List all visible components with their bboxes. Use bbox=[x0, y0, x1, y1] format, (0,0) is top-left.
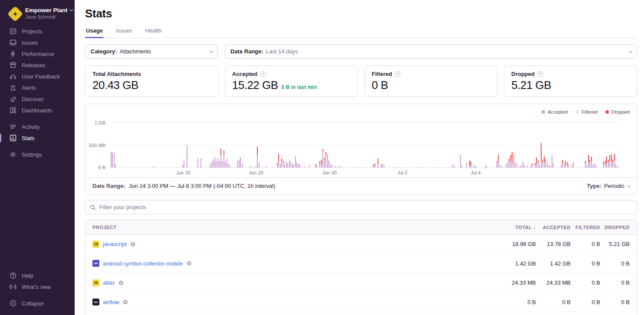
help-circle-icon[interactable]: ? bbox=[394, 71, 401, 77]
legend-dropped[interactable]: Dropped bbox=[605, 109, 630, 115]
search-input[interactable] bbox=[99, 204, 632, 210]
col-total-sorted[interactable]: TOTAL ↓ bbox=[484, 225, 536, 230]
sidebar-item-whats-new[interactable]: What's new bbox=[0, 281, 75, 292]
help-icon bbox=[10, 272, 16, 279]
card-accepted: Accepted? 15.22 GB 0 B in last min bbox=[225, 66, 358, 97]
project-link[interactable]: airflow bbox=[103, 299, 119, 305]
y-axis-label: 1 GB bbox=[95, 120, 105, 125]
broadcast-icon bbox=[10, 283, 16, 290]
table-row-partial bbox=[85, 312, 637, 315]
col-project[interactable]: PROJECT bbox=[92, 225, 484, 230]
chart-type-toggle[interactable]: Type: Periodic bbox=[587, 183, 630, 189]
project-link[interactable]: atlas bbox=[103, 279, 115, 286]
chart-footer: Date Range: Jun 24 3:00 PM — Jul 8 3:00 … bbox=[85, 177, 637, 194]
legend-dot bbox=[605, 110, 609, 114]
usage-bar-chart[interactable]: 0 B500 MB1 GB Jun 26Jun 28Jun 30Jul 2Jul… bbox=[109, 119, 622, 177]
table-row: API android-symbol-collector-mobile ⚙ 1.… bbox=[85, 254, 637, 274]
projects-table: PROJECT TOTAL ↓ ACCEPTED FILTERED DROPPE… bbox=[85, 220, 637, 315]
sidebar-item-dashboards[interactable]: Dashboards bbox=[0, 105, 75, 116]
chevron-down-icon bbox=[69, 7, 73, 11]
card-label: Total Attachments bbox=[92, 71, 211, 77]
chart-x-axis: Jun 26Jun 28Jun 30Jul 2Jul 4 bbox=[109, 168, 622, 177]
sidebar-item-discover[interactable]: Discover bbox=[0, 93, 75, 105]
card-value: 0 B bbox=[372, 79, 388, 92]
sidebar-item-collapse[interactable]: Collapse bbox=[0, 298, 75, 309]
col-dropped[interactable]: DROPPED bbox=[600, 225, 630, 230]
gear-icon bbox=[10, 151, 16, 158]
help-circle-icon[interactable]: ? bbox=[260, 71, 266, 77]
app-window: ✦ Empower Plant Jane Schmidt Projects Is… bbox=[0, 0, 644, 315]
lightning-icon bbox=[10, 50, 16, 57]
table-row: JS javascript ⚙ 18.99 GB 13.78 GB 0 B 5.… bbox=[85, 235, 637, 254]
sidebar-item-activity[interactable]: Activity bbox=[0, 121, 75, 132]
stats-content: Category: Attachments Date Range: Last 1… bbox=[75, 38, 644, 315]
sidebar-item-projects[interactable]: Projects bbox=[0, 26, 75, 37]
table-header-row: PROJECT TOTAL ↓ ACCEPTED FILTERED DROPPE… bbox=[85, 220, 637, 235]
search-icon bbox=[90, 204, 96, 210]
project-link[interactable]: android-symbol-collector-mobile bbox=[103, 260, 183, 267]
sidebar-item-alerts[interactable]: Alerts bbox=[0, 82, 75, 93]
legend-accepted[interactable]: Accepted bbox=[542, 109, 568, 115]
footer-daterange-value: Jun 24 3:00 PM — Jul 8 3:00 PM (-04:00 U… bbox=[129, 183, 275, 189]
sidebar-footer: Help What's new Collapse bbox=[0, 270, 75, 309]
sidebar-item-stats[interactable]: Stats bbox=[0, 132, 75, 144]
sidebar-item-releases[interactable]: Releases bbox=[0, 59, 75, 71]
page-header: Stats Usage Issues Health bbox=[75, 0, 644, 38]
score-cards: Total Attachments 20.43 GB Accepted? 15.… bbox=[85, 66, 637, 97]
sidebar-item-settings[interactable]: Settings bbox=[0, 149, 75, 160]
category-select[interactable]: Category: Attachments bbox=[85, 44, 218, 59]
sidebar-item-help[interactable]: Help bbox=[0, 270, 75, 281]
sidebar: ✦ Empower Plant Jane Schmidt Projects Is… bbox=[0, 0, 75, 315]
user-name: Jane Schmidt bbox=[25, 14, 72, 20]
help-circle-icon[interactable]: ? bbox=[537, 71, 543, 77]
org-switcher[interactable]: ✦ Empower Plant Jane Schmidt bbox=[0, 5, 75, 26]
x-axis-label: Jun 26 bbox=[176, 170, 191, 175]
table-row: </> airflow ⚙ 0 B 0 B 0 B 0 B bbox=[85, 293, 637, 312]
project-settings-icon[interactable]: ⚙ bbox=[130, 241, 136, 247]
tab-usage[interactable]: Usage bbox=[85, 27, 104, 38]
legend-dot bbox=[542, 110, 545, 114]
gridline bbox=[109, 122, 622, 123]
dashboards-icon bbox=[10, 107, 16, 114]
legend-dot bbox=[575, 110, 579, 114]
table-row: JS atlas ⚙ 24.33 MB 24.33 MB 0 B 0 B bbox=[85, 273, 637, 293]
legend-filtered[interactable]: Filtered bbox=[575, 109, 598, 115]
filter-row: Category: Attachments Date Range: Last 1… bbox=[85, 44, 637, 59]
gridline bbox=[109, 145, 622, 145]
card-label: Accepted? bbox=[232, 71, 351, 77]
card-trend: 0 B in last min bbox=[282, 84, 317, 90]
project-settings-icon[interactable]: ⚙ bbox=[186, 260, 192, 266]
sidebar-item-issues[interactable]: Issues bbox=[0, 37, 75, 48]
platform-badge-code: </> bbox=[92, 299, 99, 305]
col-accepted[interactable]: ACCEPTED bbox=[536, 225, 571, 230]
projects-icon bbox=[10, 28, 16, 35]
chart-bars bbox=[109, 119, 622, 167]
tab-bar: Usage Issues Health bbox=[85, 27, 637, 38]
card-value: 5.21 GB bbox=[511, 79, 551, 92]
main-content: Stats Usage Issues Health Category: Atta… bbox=[75, 0, 644, 315]
daterange-select[interactable]: Date Range: Last 14 days bbox=[225, 44, 637, 59]
tab-issues[interactable]: Issues bbox=[115, 27, 133, 38]
project-link[interactable]: javascript bbox=[103, 241, 127, 247]
platform-badge-javascript: JS bbox=[92, 279, 99, 286]
project-settings-icon[interactable]: ⚙ bbox=[123, 299, 128, 305]
siren-icon bbox=[10, 84, 16, 91]
chart-bar bbox=[620, 119, 622, 167]
org-logo-icon: ✦ bbox=[7, 6, 23, 22]
sidebar-item-performance[interactable]: Performance bbox=[0, 48, 75, 59]
project-settings-icon[interactable]: ⚙ bbox=[118, 280, 124, 286]
x-axis-label: Jul 2 bbox=[397, 170, 407, 175]
col-filtered[interactable]: FILTERED bbox=[571, 225, 600, 230]
card-total-attachments: Total Attachments 20.43 GB bbox=[85, 66, 218, 97]
platform-badge-javascript: JS bbox=[92, 241, 99, 248]
org-name: Empower Plant bbox=[25, 7, 72, 13]
card-value: 15.22 GB bbox=[232, 79, 278, 92]
project-search bbox=[85, 200, 637, 214]
sidebar-nav: Projects Issues Performance Releases Use… bbox=[0, 26, 75, 160]
page-title: Stats bbox=[85, 7, 637, 20]
sidebar-item-user-feedback[interactable]: User Feedback bbox=[0, 71, 75, 82]
chevron-down-icon bbox=[627, 184, 631, 187]
releases-icon bbox=[10, 62, 16, 69]
tab-health[interactable]: Health bbox=[145, 27, 163, 38]
collapse-icon bbox=[10, 300, 16, 307]
